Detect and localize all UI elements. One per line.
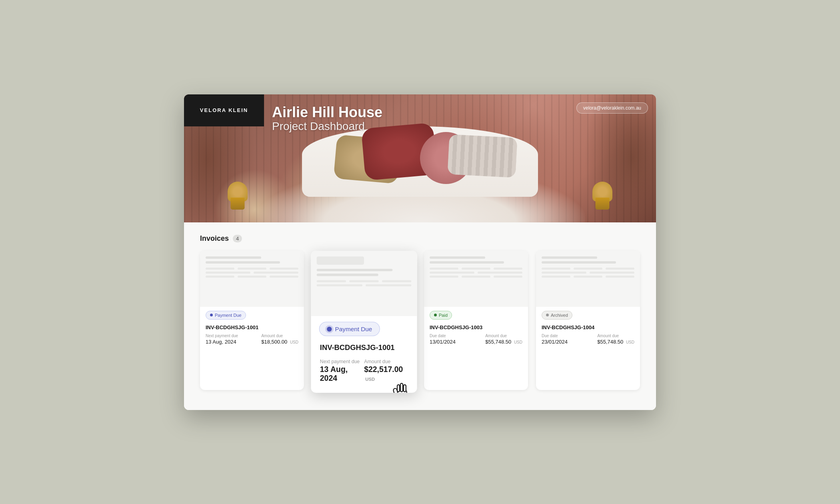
currency-3: USD	[514, 340, 522, 344]
status-label-4: Archived	[551, 313, 568, 318]
preview-cell	[606, 276, 634, 278]
preview-cell	[574, 268, 602, 270]
preview-row	[542, 272, 634, 274]
invoices-title: Invoices	[200, 234, 229, 243]
date-value: 13 Aug, 2024	[206, 339, 238, 345]
invoice-card-1004[interactable]: Archived INV-BCDGHSJG-1004 Due date 23/0…	[536, 251, 640, 390]
preview-cell	[430, 272, 474, 274]
card-info-3: INV-BCDGHSJG-1003 Due date 13/01/2024 Am…	[424, 320, 528, 351]
amount-group-3: Amount due $55,748.50 USD	[485, 334, 522, 345]
invoice-card-1001-expanded[interactable]: Payment Due INV-BCDGHSJG-1001 Next payme…	[311, 251, 417, 393]
preview-cell	[317, 280, 346, 282]
preview-cell	[494, 276, 522, 278]
preview-row	[206, 268, 298, 270]
preview-cell	[206, 272, 250, 274]
amount-label-3: Amount due	[485, 334, 522, 338]
preview-cell	[349, 280, 378, 282]
preview-cell	[574, 276, 602, 278]
card-status-bar-4: Archived	[536, 307, 640, 320]
dashboard-label: Project Dashboard	[272, 120, 382, 133]
preview-cell	[270, 268, 298, 270]
date-label-expanded: Next payment due	[320, 358, 360, 364]
lamp-left	[222, 170, 254, 210]
amount-group-4: Amount due $55,748.50 USD	[597, 334, 634, 345]
preview-row	[206, 272, 298, 274]
date-value-3: 13/01/2024	[430, 339, 456, 345]
preview-line	[542, 261, 616, 264]
date-label: Next payment due	[206, 334, 238, 338]
brand-logo: VELORA KLEIN	[184, 94, 264, 126]
card-status-bar-expanded: Payment Due	[311, 316, 417, 336]
invoice-id-expanded: INV-BCDGHSJG-1001	[320, 343, 408, 352]
date-value-expanded: 13 Aug, 2024	[320, 365, 360, 383]
lamp-right	[586, 170, 618, 210]
browser-window: VELORA KLEIN Airlie Hill House Project D…	[184, 94, 656, 410]
preview-line	[542, 256, 597, 259]
hero-banner: VELORA KLEIN Airlie Hill House Project D…	[184, 94, 656, 222]
preview-cell	[430, 276, 458, 278]
amount-value: $18,500.00 USD	[261, 339, 298, 345]
user-email[interactable]: velora@veloraklein.com.au	[576, 102, 648, 114]
preview-cell	[542, 268, 570, 270]
preview-row	[542, 268, 634, 270]
date-group-3: Due date 13/01/2024	[430, 334, 456, 345]
preview-lines	[542, 268, 634, 278]
invoices-header: Invoices 4	[200, 234, 640, 243]
card-preview-1	[200, 251, 304, 307]
status-badge: Payment Due	[206, 311, 246, 320]
preview-lines	[206, 268, 298, 278]
preview-cell	[366, 284, 411, 286]
preview-cell	[254, 272, 298, 274]
amount-group-expanded: Amount due $22,517.00 USD	[364, 358, 408, 383]
card-preview-3	[424, 251, 528, 307]
currency: USD	[290, 340, 298, 344]
card-status-bar: Payment Due	[200, 307, 304, 320]
preview-cell	[317, 284, 362, 286]
preview-cell	[478, 272, 522, 274]
date-group: Next payment due 13 Aug, 2024	[206, 334, 238, 345]
preview-row	[430, 268, 522, 270]
card-preview-4	[536, 251, 640, 307]
invoice-meta-expanded: Next payment due 13 Aug, 2024 Amount due…	[320, 358, 408, 383]
preview-row	[430, 272, 522, 274]
invoice-meta-4: Due date 23/01/2024 Amount due $55,748.5…	[542, 334, 634, 345]
date-value-4: 23/01/2024	[542, 339, 568, 345]
amount-group: Amount due $18,500.00 USD	[261, 334, 298, 345]
status-label: Payment Due	[215, 313, 242, 318]
status-label-expanded: Payment Due	[335, 325, 372, 332]
card-info: INV-BCDGHSJG-1001 Next payment due 13 Au…	[200, 320, 304, 351]
preview-cell	[238, 276, 266, 278]
preview-line	[206, 261, 280, 264]
preview-cell	[238, 268, 266, 270]
currency-expanded: USD	[365, 377, 375, 382]
preview-line	[206, 256, 261, 259]
currency-4: USD	[626, 340, 634, 344]
invoices-count: 4	[233, 235, 242, 242]
status-dot-icon	[327, 326, 332, 331]
status-badge-3: Paid	[430, 311, 452, 320]
status-dot-icon	[546, 314, 549, 316]
card-preview-expanded	[311, 251, 417, 316]
invoice-id-4: INV-BCDGHSJG-1004	[542, 324, 634, 330]
card-info-4: INV-BCDGHSJG-1004 Due date 23/01/2024 Am…	[536, 320, 640, 351]
status-label-3: Paid	[439, 313, 448, 318]
preview-cell	[462, 276, 490, 278]
preview-row	[430, 276, 522, 278]
amount-label: Amount due	[261, 334, 298, 338]
date-group-expanded: Next payment due 13 Aug, 2024	[320, 358, 360, 383]
preview-line	[430, 261, 504, 264]
preview-cell	[382, 280, 411, 282]
status-dot-icon	[210, 314, 213, 316]
preview-cell	[590, 272, 634, 274]
preview-cell	[494, 268, 522, 270]
invoice-card-1003[interactable]: Paid INV-BCDGHSJG-1003 Due date 13/01/20…	[424, 251, 528, 390]
project-name: Airlie Hill House	[272, 104, 382, 120]
hero-pillow-stripe	[447, 134, 517, 178]
invoice-card-1001[interactable]: Payment Due INV-BCDGHSJG-1001 Next payme…	[200, 251, 304, 390]
preview-lines	[430, 268, 522, 278]
amount-value-3: $55,748.50 USD	[485, 339, 522, 345]
preview-cell	[542, 272, 586, 274]
status-badge-4: Archived	[542, 311, 572, 320]
preview-lines	[317, 280, 412, 286]
preview-cell	[462, 268, 490, 270]
